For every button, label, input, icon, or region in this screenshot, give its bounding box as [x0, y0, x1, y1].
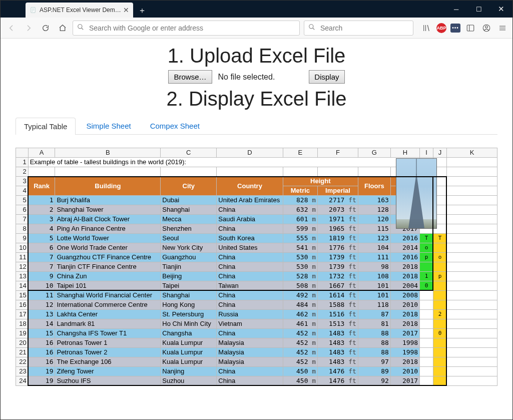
cell-city[interactable]: Shanghai	[161, 291, 217, 300]
cell-building[interactable]: Shanghai World Financial Center	[55, 291, 161, 300]
adblock-icon[interactable]: ABP	[436, 23, 446, 33]
cell-floors[interactable]: 118	[358, 300, 390, 310]
cell-metric[interactable]: 530 m	[283, 253, 318, 262]
cell-rank[interactable]: 10	[28, 281, 55, 291]
row-header[interactable]: 14	[16, 281, 29, 291]
cell-city[interactable]: Taipei	[161, 281, 217, 291]
browse-button[interactable]: Browse…	[168, 70, 212, 84]
row-header[interactable]: 24	[16, 376, 29, 386]
cell-metric[interactable]: 452 m	[283, 338, 318, 348]
browser-tab[interactable]: ASP.NET Excel Viewer Demo - A ✕	[26, 3, 133, 18]
cell-country[interactable]: Malaysia	[217, 338, 283, 348]
row-header[interactable]: 8	[16, 224, 29, 234]
cell-rank[interactable]: 15	[28, 329, 55, 338]
cell-floors[interactable]: 101	[358, 291, 390, 300]
cell-year[interactable]: 2018	[390, 357, 419, 367]
cell-building[interactable]: Shanghai Tower	[55, 205, 161, 215]
cell-floors[interactable]: 120	[358, 215, 390, 224]
cell-imperial[interactable]: 1588 ft	[318, 300, 358, 310]
cell-rank[interactable]: 13	[28, 310, 55, 319]
cell-floors[interactable]: 101	[358, 281, 390, 291]
col-header[interactable]: C	[161, 148, 217, 158]
search-bar[interactable]	[304, 21, 413, 36]
cell-rank[interactable]: 7	[28, 262, 55, 272]
cell-country[interactable]: China	[217, 205, 283, 215]
col-header[interactable]: G	[358, 148, 390, 158]
forward-button[interactable]	[22, 21, 36, 35]
row-header[interactable]: 1	[16, 158, 29, 167]
cell-rank[interactable]: 1	[28, 196, 55, 205]
cell-imperial[interactable]: 1965 ft	[318, 224, 358, 234]
cell-city[interactable]: Guangzhou	[161, 253, 217, 262]
cell-metric[interactable]: 508 m	[283, 281, 318, 291]
new-tab-button[interactable]: ＋	[135, 4, 149, 18]
cell-building[interactable]: Landmark 81	[55, 319, 161, 329]
cell-rank[interactable]: 5	[28, 234, 55, 243]
address-input[interactable]	[88, 24, 295, 33]
cell-imperial[interactable]: 1971 ft	[318, 215, 358, 224]
cell-country[interactable]: China	[217, 300, 283, 310]
address-bar[interactable]	[73, 21, 300, 36]
cell-city[interactable]: Kuala Lumpur	[161, 338, 217, 348]
cell-building[interactable]: Guangzhou CTF Finance Centre	[55, 253, 161, 262]
row-header[interactable]: 20	[16, 338, 29, 348]
row-header[interactable]: 12	[16, 262, 29, 272]
cell-metric[interactable]: 555 m	[283, 234, 318, 243]
cell-year[interactable]: 2018	[390, 319, 419, 329]
cell-floors[interactable]: 97	[358, 357, 390, 367]
cell-floors[interactable]: 89	[358, 367, 390, 376]
menu-icon[interactable]	[496, 22, 508, 34]
cell-city[interactable]: Shanghai	[161, 205, 217, 215]
cell-rank[interactable]: 7	[28, 253, 55, 262]
cell-floors[interactable]: 163	[358, 196, 390, 205]
cell-imperial[interactable]: 1516 ft	[318, 310, 358, 319]
cell-floors[interactable]: 98	[358, 262, 390, 272]
cell-city[interactable]: Seoul	[161, 234, 217, 243]
cell-rank[interactable]: 12	[28, 300, 55, 310]
cell-city[interactable]: Changsha	[161, 329, 217, 338]
cell-rank[interactable]: 19	[28, 376, 55, 386]
cell-year[interactable]: 2016	[390, 234, 419, 243]
cell-imperial[interactable]: 1819 ft	[318, 234, 358, 243]
col-header[interactable]: E	[283, 148, 318, 158]
cell-metric[interactable]: 492 m	[283, 291, 318, 300]
sidebar-icon[interactable]	[464, 22, 476, 34]
minimize-button[interactable]: ─	[445, 1, 467, 18]
cell-city[interactable]: Hong Kong	[161, 300, 217, 310]
cell-city[interactable]: Nanjing	[161, 367, 217, 376]
cell-country[interactable]: United Arab Emirates	[217, 196, 283, 205]
tab-typical-table[interactable]: Typical Table	[16, 118, 76, 135]
cell-year[interactable]: 2018	[390, 310, 419, 319]
cell-floors[interactable]: 92	[358, 376, 390, 386]
cell-country[interactable]: China	[217, 262, 283, 272]
cell-metric[interactable]: 599 m	[283, 224, 318, 234]
row-header[interactable]: 22	[16, 357, 29, 367]
cell-year[interactable]: 2004	[390, 281, 419, 291]
cell-country[interactable]: China	[217, 367, 283, 376]
row-header[interactable]: 16	[16, 300, 29, 310]
row-header[interactable]: 13	[16, 272, 29, 281]
cell-imperial[interactable]: 1739 ft	[318, 253, 358, 262]
cell-floors[interactable]: 81	[358, 319, 390, 329]
col-header[interactable]: J	[433, 148, 447, 158]
cell-country[interactable]: China	[217, 253, 283, 262]
cell-city[interactable]: Kuala Lumpur	[161, 357, 217, 367]
cell-city[interactable]: Dubai	[161, 196, 217, 205]
cell-country[interactable]: China	[217, 272, 283, 281]
cell-metric[interactable]: 452 m	[283, 348, 318, 357]
row-header[interactable]: 3	[16, 177, 29, 186]
cell-metric[interactable]: 632 m	[283, 205, 318, 215]
cell-rank[interactable]: 19	[28, 367, 55, 376]
cell-country[interactable]: China	[217, 376, 283, 386]
cell-year[interactable]: 1998	[390, 338, 419, 348]
cell-building[interactable]: The Exchange 106	[55, 357, 161, 367]
cell-country[interactable]: Russia	[217, 310, 283, 319]
cell-city[interactable]: Suzhou	[161, 376, 217, 386]
cell-building[interactable]: Petronas Tower 1	[55, 338, 161, 348]
cell-floors[interactable]: 88	[358, 329, 390, 338]
cell-building[interactable]: Petronas Tower 2	[55, 348, 161, 357]
row-header[interactable]: 21	[16, 348, 29, 357]
cell-building[interactable]: One World Trade Center	[55, 243, 161, 253]
home-button[interactable]	[56, 21, 70, 35]
cell-floors[interactable]: 104	[358, 243, 390, 253]
